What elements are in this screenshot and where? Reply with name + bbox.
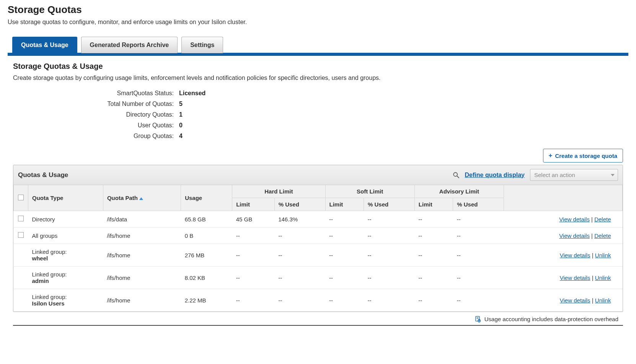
- stat-user-label: User Quotas:: [13, 122, 174, 129]
- cell-adv-pct: --: [453, 227, 504, 244]
- unlink-link[interactable]: Unlink: [595, 297, 611, 304]
- create-button-label: Create a storage quota: [555, 153, 617, 159]
- cell-soft-pct: --: [364, 244, 414, 266]
- tab-quotas-usage[interactable]: Quotas & Usage: [12, 37, 77, 53]
- page-title: Storage Quotas: [8, 4, 628, 16]
- svg-line-1: [457, 176, 459, 178]
- table-row: Linked group:admin/ifs/home8.02 KB------…: [14, 266, 623, 289]
- cell-adv-limit: --: [414, 227, 453, 244]
- sort-asc-icon: [139, 197, 143, 200]
- cell-actions: View details | Unlink: [504, 289, 623, 312]
- create-storage-quota-button[interactable]: + Create a storage quota: [543, 149, 623, 162]
- cell-adv-limit: --: [414, 244, 453, 266]
- cell-actions: View details | Delete: [504, 211, 623, 227]
- table-row: Directory/ifs/data65.8 GB45 GB146.3%----…: [14, 211, 623, 227]
- cell-soft-pct: --: [364, 289, 414, 312]
- row-checkbox[interactable]: [18, 232, 24, 238]
- view-details-link[interactable]: View details: [559, 232, 590, 239]
- cell-hard-limit: --: [232, 266, 274, 289]
- magnifier-icon: [453, 172, 460, 179]
- cell-soft-limit: --: [325, 227, 364, 244]
- cell-soft-pct: --: [364, 211, 414, 227]
- col-hard-pct[interactable]: % Used: [274, 198, 325, 211]
- cell-soft-limit: --: [325, 289, 364, 312]
- delete-link[interactable]: Delete: [594, 216, 611, 223]
- col-soft-limit[interactable]: Limit: [325, 198, 364, 211]
- tab-generated-reports[interactable]: Generated Reports Archive: [81, 37, 178, 53]
- unlink-link[interactable]: Unlink: [595, 275, 611, 281]
- view-details-link[interactable]: View details: [560, 252, 590, 258]
- cell-quota-type: Directory: [28, 211, 103, 227]
- cell-hard-pct: --: [274, 244, 325, 266]
- define-quota-display-link[interactable]: Define quota display: [465, 172, 525, 179]
- cell-usage: 276 MB: [181, 244, 232, 266]
- table-row: Linked group:wheel/ifs/home276 MB-------…: [14, 244, 623, 266]
- cell-quota-path: /ifs/home: [103, 266, 181, 289]
- cell-quota-type: Linked group:wheel: [28, 244, 103, 266]
- cell-quota-type: Linked group:admin: [28, 266, 103, 289]
- panel-title: Quotas & Usage: [18, 171, 447, 179]
- stat-directory-value: 1: [179, 111, 623, 118]
- bulk-action-select[interactable]: Select an action: [530, 169, 618, 181]
- cell-soft-limit: --: [325, 244, 364, 266]
- table-row: Linked group:Isilon Users/ifs/home2.22 M…: [14, 289, 623, 312]
- cell-soft-limit: --: [325, 211, 364, 227]
- cell-adv-limit: --: [414, 266, 453, 289]
- cell-usage: 2.22 MB: [181, 289, 232, 312]
- section-description: Create storage quotas by configuring usa…: [13, 75, 623, 81]
- cell-hard-pct: 146.3%: [274, 211, 325, 227]
- cell-quota-path: /ifs/data: [103, 211, 181, 227]
- col-soft-pct[interactable]: % Used: [364, 198, 414, 211]
- col-advisory-limit-group: Advisory Limit: [414, 185, 504, 198]
- stat-directory-label: Directory Quotas:: [13, 111, 174, 118]
- col-adv-limit[interactable]: Limit: [414, 198, 453, 211]
- cell-adv-pct: --: [453, 289, 504, 312]
- stat-group-value: 4: [179, 133, 623, 140]
- cell-soft-pct: --: [364, 266, 414, 289]
- cell-usage: 0 B: [181, 227, 232, 244]
- tab-row: Quotas & Usage Generated Reports Archive…: [8, 36, 628, 56]
- stat-user-value: 0: [179, 122, 623, 129]
- cell-hard-pct: --: [274, 227, 325, 244]
- cell-quota-type: All groups: [28, 227, 103, 244]
- stat-group-label: Group Quotas:: [13, 133, 174, 140]
- unlink-link[interactable]: Unlink: [595, 252, 611, 258]
- stat-status-value: Licensed: [179, 90, 623, 97]
- quota-stats: SmartQuotas Status: Licensed Total Numbe…: [13, 90, 623, 140]
- col-soft-limit-group: Soft Limit: [325, 185, 414, 198]
- cell-soft-pct: --: [364, 227, 414, 244]
- cell-quota-path: /ifs/home: [103, 289, 181, 312]
- select-all-checkbox[interactable]: [18, 195, 24, 200]
- delete-link[interactable]: Delete: [594, 232, 611, 239]
- cell-adv-limit: --: [414, 289, 453, 312]
- view-details-link[interactable]: View details: [559, 216, 590, 223]
- plus-icon: +: [549, 152, 553, 159]
- cell-quota-path: /ifs/home: [103, 227, 181, 244]
- col-quota-path[interactable]: Quota Path: [103, 185, 181, 211]
- row-checkbox[interactable]: [18, 216, 24, 221]
- view-details-link[interactable]: View details: [560, 297, 590, 304]
- cell-actions: View details | Unlink: [504, 266, 623, 289]
- cell-soft-limit: --: [325, 266, 364, 289]
- cell-hard-pct: --: [274, 266, 325, 289]
- section-heading: Storage Quotas & Usage: [13, 62, 623, 71]
- col-usage[interactable]: Usage: [181, 185, 232, 211]
- col-hard-limit[interactable]: Limit: [232, 198, 274, 211]
- cell-adv-limit: --: [414, 211, 453, 227]
- view-details-link[interactable]: View details: [560, 275, 590, 281]
- col-quota-type[interactable]: Quota Type: [28, 185, 103, 211]
- cell-actions: View details | Delete: [504, 227, 623, 244]
- cell-usage: 8.02 KB: [181, 266, 232, 289]
- tab-settings[interactable]: Settings: [181, 37, 223, 53]
- cell-adv-pct: --: [453, 266, 504, 289]
- quotas-table: Quota Type Quota Path Usage Hard Limit S…: [13, 185, 623, 312]
- stat-total-label: Total Number of Quotas:: [13, 101, 174, 107]
- page-description: Use storage quotas to configure, monitor…: [8, 19, 628, 26]
- col-actions: [504, 185, 623, 211]
- stat-status-label: SmartQuotas Status:: [13, 90, 174, 97]
- stat-total-value: 5: [179, 101, 623, 107]
- footer-note-text: Usage accounting includes data-protectio…: [484, 316, 618, 322]
- cell-actions: View details | Unlink: [504, 244, 623, 266]
- cell-hard-limit: --: [232, 244, 274, 266]
- col-adv-pct[interactable]: % Used: [453, 198, 504, 211]
